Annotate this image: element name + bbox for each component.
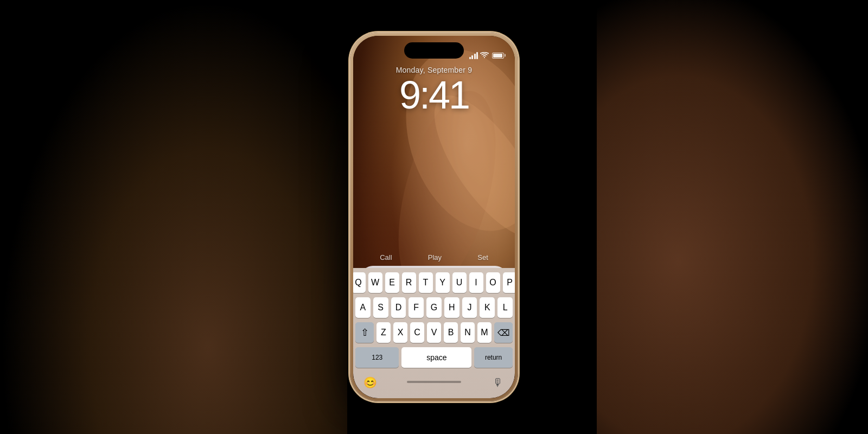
key-t[interactable]: T: [419, 272, 433, 293]
key-w[interactable]: W: [368, 272, 382, 293]
hand-left: [0, 0, 347, 434]
keyboard: Q W E R T Y U I O P A S D F G: [353, 268, 515, 398]
dynamic-island: [404, 42, 464, 59]
battery-fill: [493, 54, 502, 58]
key-l[interactable]: L: [497, 297, 513, 318]
key-z[interactable]: Z: [376, 322, 391, 343]
key-s[interactable]: S: [373, 297, 388, 318]
key-u[interactable]: U: [452, 272, 467, 293]
shift-key[interactable]: ⇧: [355, 322, 374, 343]
hand-right: [597, 0, 868, 434]
key-p[interactable]: P: [503, 272, 515, 293]
signal-bar-1: [469, 57, 471, 59]
key-q[interactable]: Q: [353, 272, 366, 293]
wifi-icon: [480, 52, 489, 59]
key-j[interactable]: J: [462, 297, 477, 318]
iphone-frame: Monday, September 9 9:41 Call Play Set: [350, 33, 518, 401]
key-m[interactable]: M: [477, 322, 492, 343]
key-k[interactable]: K: [480, 297, 495, 318]
quick-suggestion-call[interactable]: Call: [380, 253, 392, 261]
keyboard-bottom-row: 😊 🎙: [355, 372, 513, 393]
signal-bar-3: [474, 54, 476, 59]
lock-time: 9:41: [353, 75, 515, 114]
space-key[interactable]: space: [401, 347, 471, 368]
key-e[interactable]: E: [385, 272, 399, 293]
key-v[interactable]: V: [427, 322, 441, 343]
delete-key[interactable]: ⌫: [494, 322, 513, 343]
quick-suggestion-play[interactable]: Play: [428, 253, 442, 261]
quick-suggestion-set[interactable]: Set: [477, 253, 488, 261]
lock-screen-content: Monday, September 9 9:41: [353, 66, 515, 114]
quick-suggestions: Call Play Set: [362, 251, 506, 266]
battery-icon: [492, 53, 504, 59]
key-y[interactable]: Y: [436, 272, 450, 293]
keyboard-row-3: ⇧ Z X C V B N M ⌫: [355, 322, 513, 343]
key-x[interactable]: X: [393, 322, 407, 343]
key-g[interactable]: G: [426, 297, 442, 318]
iphone-screen: Monday, September 9 9:41 Call Play Set: [353, 36, 515, 398]
signal-icon: [469, 52, 478, 59]
keyboard-row-2: A S D F G H J K L: [355, 297, 513, 318]
key-i[interactable]: I: [469, 272, 483, 293]
key-o[interactable]: O: [486, 272, 500, 293]
numbers-key[interactable]: 123: [355, 347, 399, 368]
signal-bar-4: [476, 52, 478, 59]
keyboard-row-1: Q W E R T Y U I O P: [355, 272, 513, 293]
scene: Monday, September 9 9:41 Call Play Set: [0, 0, 868, 434]
key-c[interactable]: C: [410, 322, 424, 343]
signal-bar-2: [471, 55, 473, 59]
keyboard-row-4: 123 space return: [355, 347, 513, 368]
status-bar-right: [469, 52, 505, 59]
key-b[interactable]: B: [444, 322, 458, 343]
home-indicator: [407, 381, 461, 383]
key-a[interactable]: A: [355, 297, 371, 318]
key-r[interactable]: R: [402, 272, 416, 293]
battery-tip: [505, 54, 506, 57]
key-n[interactable]: N: [461, 322, 475, 343]
key-h[interactable]: H: [444, 297, 459, 318]
key-d[interactable]: D: [391, 297, 406, 318]
key-f[interactable]: F: [409, 297, 424, 318]
emoji-key[interactable]: 😊: [360, 372, 380, 393]
return-key[interactable]: return: [474, 347, 513, 368]
microphone-key[interactable]: 🎙: [488, 372, 508, 393]
